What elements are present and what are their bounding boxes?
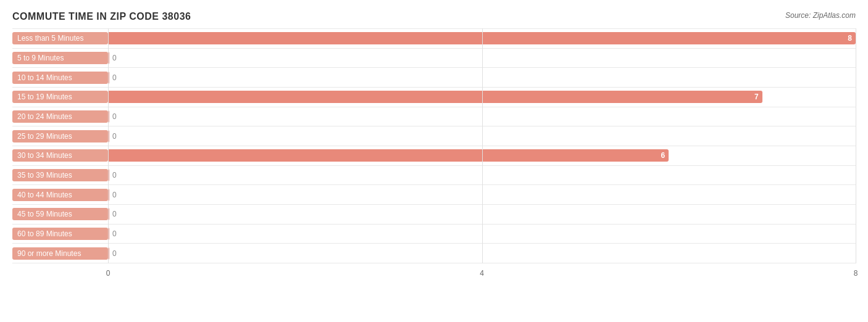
bar-label: Less than 5 Minutes: [12, 32, 108, 44]
bar-fill: [108, 130, 109, 142]
bars-wrapper: Less than 5 Minutes85 to 9 Minutes010 to…: [12, 28, 856, 263]
chart-area: Less than 5 Minutes85 to 9 Minutes010 to…: [12, 28, 856, 281]
bar-fill: [108, 72, 109, 84]
bar-label: 60 to 89 Minutes: [12, 228, 108, 240]
chart-header: COMMUTE TIME IN ZIP CODE 38036 Source: Z…: [12, 11, 856, 22]
x-axis-label: 0: [106, 269, 111, 278]
bar-fill: [108, 52, 109, 64]
bar-track: 0: [108, 205, 856, 224]
bar-label: 20 to 24 Minutes: [12, 110, 108, 123]
bar-row: 20 to 24 Minutes0: [12, 107, 856, 127]
bar-value-zero: 0: [112, 229, 117, 238]
bar-fill: 7: [108, 91, 762, 103]
bar-value-zero: 0: [112, 54, 117, 62]
x-axis-label: 4: [480, 269, 484, 278]
bar-track: 0: [108, 244, 856, 263]
bar-row: 5 to 9 Minutes0: [12, 49, 856, 68]
bar-value: 8: [848, 34, 852, 43]
bar-label: 35 to 39 Minutes: [12, 169, 108, 181]
bar-track: 7: [108, 88, 856, 107]
grid-line: [856, 28, 856, 263]
x-axis: 048: [108, 266, 856, 281]
bar-row: 60 to 89 Minutes0: [12, 225, 856, 244]
bar-track: 8: [108, 29, 856, 48]
bar-row: 45 to 59 Minutes0: [12, 205, 856, 225]
bar-row: 35 to 39 Minutes0: [12, 166, 856, 186]
x-axis-label: 8: [854, 269, 858, 278]
bar-track: 0: [108, 185, 856, 204]
bar-fill: [108, 110, 109, 123]
chart-container: COMMUTE TIME IN ZIP CODE 38036 Source: Z…: [0, 0, 868, 322]
bar-value-zero: 0: [112, 171, 117, 180]
bar-value: 7: [754, 93, 759, 101]
bar-value: 6: [661, 151, 666, 160]
bar-value-zero: 0: [112, 191, 117, 199]
bar-value-zero: 0: [112, 132, 117, 141]
bar-label: 30 to 34 Minutes: [12, 149, 108, 162]
bar-row: 10 to 14 Minutes0: [12, 68, 856, 88]
chart-source: Source: ZipAtlas.com: [785, 11, 856, 20]
bar-track: 0: [108, 107, 856, 126]
bar-row: 30 to 34 Minutes6: [12, 146, 856, 166]
bar-value-zero: 0: [112, 112, 117, 121]
bar-label: 15 to 19 Minutes: [12, 91, 108, 103]
bar-fill: [108, 189, 109, 201]
bar-fill: [108, 247, 109, 260]
bar-fill: [108, 208, 109, 220]
bar-row: 90 or more Minutes0: [12, 244, 856, 263]
bar-track: 6: [108, 146, 856, 165]
bar-track: 0: [108, 49, 856, 68]
bar-label: 10 to 14 Minutes: [12, 72, 108, 84]
bar-label: 90 or more Minutes: [12, 247, 108, 260]
bar-track: 0: [108, 166, 856, 185]
bar-track: 0: [108, 126, 856, 146]
bar-label: 25 to 29 Minutes: [12, 130, 108, 142]
bar-row: 25 to 29 Minutes0: [12, 126, 856, 146]
bar-value-zero: 0: [112, 210, 117, 218]
bar-row: Less than 5 Minutes8: [12, 28, 856, 49]
bar-value-zero: 0: [112, 73, 117, 82]
bar-value-zero: 0: [112, 249, 117, 258]
bar-fill: 6: [108, 149, 669, 162]
bar-fill: [108, 228, 109, 240]
bar-fill: [108, 169, 109, 181]
bar-row: 15 to 19 Minutes7: [12, 88, 856, 107]
bar-track: 0: [108, 225, 856, 244]
bar-track: 0: [108, 68, 856, 87]
chart-title: COMMUTE TIME IN ZIP CODE 38036: [12, 11, 191, 22]
bar-row: 40 to 44 Minutes0: [12, 185, 856, 205]
bar-label: 45 to 59 Minutes: [12, 208, 108, 220]
bar-fill: 8: [108, 32, 856, 44]
bar-label: 40 to 44 Minutes: [12, 189, 108, 201]
bar-label: 5 to 9 Minutes: [12, 52, 108, 64]
